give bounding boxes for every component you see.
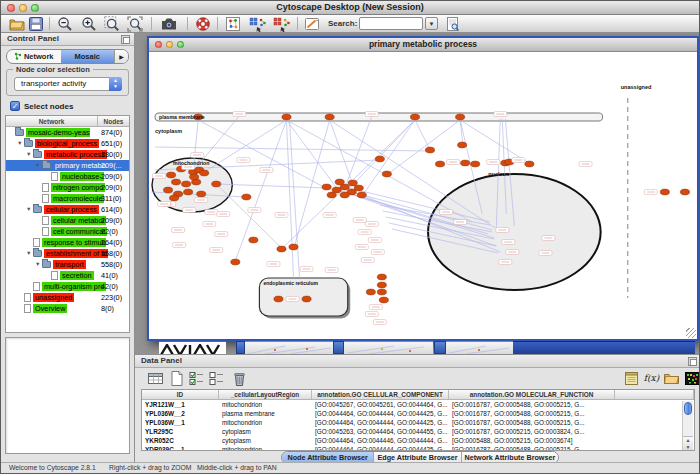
tree-row[interactable]: ▼transport558(0) xyxy=(6,259,129,270)
expand-triangle-icon[interactable]: ▼ xyxy=(35,163,42,169)
tree-row[interactable]: unassigned223(0) xyxy=(6,292,129,303)
background-window-edge[interactable] xyxy=(513,341,695,354)
tree-row[interactable]: ▼primary metabo209(... xyxy=(6,160,129,171)
network-canvas[interactable]: plasma membranecytoplasmmitochondrionnuc… xyxy=(149,52,697,339)
search-dropdown-button[interactable]: ▼ xyxy=(425,17,438,30)
network-view-button[interactable] xyxy=(224,16,242,32)
select-nodes-row: ✓ Select nodes xyxy=(10,101,73,111)
background-window-edge[interactable] xyxy=(434,341,446,354)
new-attribute-button[interactable] xyxy=(168,370,185,387)
tree-row[interactable]: response to stimulu264(0) xyxy=(6,237,129,248)
node-color-dropdown[interactable]: transporter activity ▲▼ xyxy=(14,77,122,91)
help-button[interactable] xyxy=(194,16,212,32)
select-attributes-button[interactable] xyxy=(188,370,205,387)
float-panel-button[interactable] xyxy=(121,35,130,44)
attribute-table-button[interactable] xyxy=(147,370,164,387)
column-header-id[interactable]: ID xyxy=(142,390,219,399)
tree-column-network[interactable]: Network xyxy=(6,116,98,126)
network-canvas-svg[interactable]: plasma membranecytoplasmmitochondrionnuc… xyxy=(149,52,697,339)
zoom-out-button[interactable] xyxy=(56,16,74,32)
tree-row[interactable]: ▼biological_process651(0) xyxy=(6,138,129,149)
tab-mosaic[interactable]: Mosaic xyxy=(61,50,115,63)
tree-row[interactable]: nitrogen compo209(0) xyxy=(6,182,129,193)
function-builder-button[interactable]: f(x) xyxy=(643,370,660,387)
background-window-fragment[interactable] xyxy=(446,341,513,354)
control-panel-title: Control Panel xyxy=(7,34,59,43)
tree-row[interactable]: nucleobase-209(0) xyxy=(6,171,129,182)
tree-node-count: 223(0) xyxy=(101,293,122,302)
table-scrollbar[interactable]: ▲▼ xyxy=(682,401,693,451)
table-row[interactable]: YPL036W__2plasma membrane[GO:0044464, GO… xyxy=(142,409,694,418)
tree-node-label: cellular process xyxy=(44,205,99,214)
tree-row[interactable]: ▼establishment of lo558(0) xyxy=(6,248,129,259)
expand-triangle-icon[interactable]: ▼ xyxy=(26,207,33,213)
expand-triangle-icon[interactable]: ▼ xyxy=(26,152,33,158)
import-attributes-icon xyxy=(272,16,292,32)
background-window-fragment[interactable] xyxy=(159,341,226,354)
tree-node-label: metabolic process xyxy=(44,150,107,159)
file-icon xyxy=(51,172,58,181)
tree-row[interactable]: ▼metabolic process280(0) xyxy=(6,149,129,160)
notepad-button[interactable] xyxy=(623,370,640,387)
status-pan-hint: Middle-click + drag to PAN xyxy=(197,464,277,471)
open-file-button[interactable] xyxy=(8,16,26,32)
tree-row[interactable]: ▼cellular process614(0) xyxy=(6,204,129,215)
import-network-button[interactable] xyxy=(248,16,268,32)
zoom-fit-button[interactable] xyxy=(126,16,144,32)
column-header-cellular-component[interactable]: annotation.GO CELLULAR_COMPONENT xyxy=(312,390,449,399)
tree-row[interactable]: multi-organism pro42(0) xyxy=(6,281,129,292)
table-row[interactable]: YKR052Ccytoplasm[GO:0044464, GO:0044446,… xyxy=(142,436,694,445)
file-icon xyxy=(42,216,49,225)
background-window-edge[interactable] xyxy=(236,341,245,354)
snapshot-button[interactable] xyxy=(159,16,179,32)
tree-node-count: 8(0) xyxy=(101,304,114,313)
import-network-icon xyxy=(248,16,268,32)
column-header-region[interactable]: _cellularLayoutRegion xyxy=(219,390,312,399)
annotation-button[interactable] xyxy=(303,16,321,32)
zoom-selected-button[interactable] xyxy=(103,16,121,32)
tree-row[interactable]: macromolecule311(0) xyxy=(6,193,129,204)
column-header-molecular-function[interactable]: annotation.GO MOLECULAR_FUNCTION xyxy=(449,390,615,399)
save-session-button[interactable] xyxy=(27,16,45,32)
background-window-fragment[interactable] xyxy=(344,341,433,354)
resize-grip[interactable] xyxy=(686,328,696,338)
file-icon xyxy=(51,271,58,280)
import-attributes-file-button[interactable] xyxy=(663,370,680,387)
expand-triangle-icon[interactable]: ▼ xyxy=(26,251,33,257)
attribute-matrix-icon xyxy=(684,370,700,387)
table-row[interactable]: YLR295Ccytoplasm[GO:0045263, GO:0044464,… xyxy=(142,427,694,436)
attribute-matrix-button[interactable] xyxy=(684,370,700,387)
expand-triangle-icon[interactable]: ▼ xyxy=(35,262,42,268)
tree-row[interactable]: mosaic-demo-yeast874(0) xyxy=(6,127,129,138)
birds-eye-view[interactable] xyxy=(5,337,130,454)
background-window-fragment[interactable] xyxy=(245,341,333,354)
float-data-panel-button[interactable] xyxy=(688,357,697,366)
tabs-overflow-button[interactable]: ▶ xyxy=(114,50,128,63)
scrollbar-arrows[interactable]: ▲▼ xyxy=(683,436,693,451)
tree-row[interactable]: Overview8(0) xyxy=(6,303,129,314)
tab-network[interactable]: Network xyxy=(7,50,61,63)
background-window-edge[interactable] xyxy=(333,341,344,354)
unselect-attributes-button[interactable] xyxy=(208,370,225,387)
toolbar-separator xyxy=(49,17,50,30)
delete-attribute-button[interactable] xyxy=(231,370,248,387)
tree-row[interactable]: cell communicat22(0) xyxy=(6,226,129,237)
search-options-button[interactable] xyxy=(444,16,462,32)
select-nodes-checkbox[interactable]: ✓ xyxy=(10,101,20,111)
search-input[interactable] xyxy=(359,17,423,30)
tree-row[interactable]: cellular metabol209(0) xyxy=(6,215,129,226)
tree-node-count: 209(... xyxy=(101,161,122,170)
scrollbar-thumb[interactable] xyxy=(684,402,692,415)
table-cell-mf: [GO:0016787, GO:0005488, GO:0005215, G..… xyxy=(449,409,615,418)
tree-row[interactable]: secretion41(0) xyxy=(6,270,129,281)
tree-column-nodes[interactable]: Nodes xyxy=(98,116,129,126)
table-row[interactable]: YPL036W__1mitochondrion[GO:0044464, GO:0… xyxy=(142,418,694,427)
main-content: Control Panel Network Mosaic ▶ Node colo… xyxy=(1,33,700,464)
import-attributes-button[interactable] xyxy=(272,16,292,32)
network-window-titlebar[interactable]: primary metabolic process xyxy=(149,38,697,52)
table-cell-id: YPL036W__1 xyxy=(142,418,219,427)
expand-triangle-icon[interactable]: ▼ xyxy=(17,141,24,147)
table-row[interactable]: YJR121W__1mitochondrion[GO:0045267, GO:0… xyxy=(142,400,694,409)
folder-icon xyxy=(33,151,42,158)
zoom-in-button[interactable] xyxy=(80,16,98,32)
